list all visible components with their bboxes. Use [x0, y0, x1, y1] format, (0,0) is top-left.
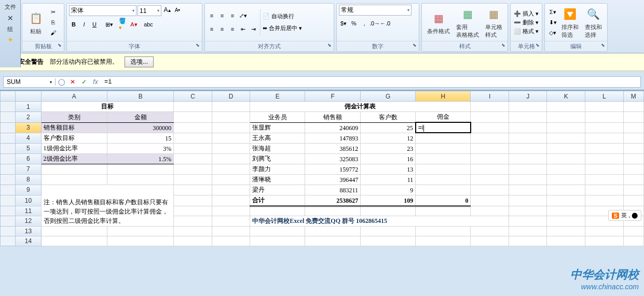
cell[interactable]	[361, 206, 416, 216]
format-button[interactable]: ⬜ 格式 ▾	[514, 27, 539, 35]
find-select-button[interactable]: 🔍查找和 选择	[582, 5, 605, 40]
cell[interactable]	[547, 133, 585, 143]
percent-icon[interactable]: %	[349, 19, 359, 28]
format-painter-icon[interactable]: 🖌	[48, 28, 58, 37]
cell[interactable]	[212, 164, 250, 174]
cell[interactable]	[416, 164, 471, 174]
cell[interactable]	[471, 133, 509, 143]
cell[interactable]	[509, 102, 547, 112]
cell[interactable]	[547, 143, 585, 153]
row-header[interactable]: 6	[16, 153, 41, 164]
cell[interactable]	[416, 133, 471, 143]
cell[interactable]	[585, 185, 624, 195]
cell[interactable]	[585, 164, 624, 174]
worksheet-grid[interactable]: ABCD EFGH IJKLM 1目标佣金计算表2类别金额业务员销售额客户数佣金…	[0, 90, 644, 246]
cell[interactable]: 147893	[305, 133, 361, 143]
cell[interactable]: 3%	[107, 143, 174, 153]
cell[interactable]	[471, 143, 509, 153]
cell[interactable]	[585, 143, 624, 153]
cell[interactable]: 15	[107, 133, 174, 143]
cell[interactable]	[174, 143, 212, 153]
fill-color-button[interactable]: 🪣▾	[119, 20, 128, 29]
cell[interactable]	[416, 226, 471, 236]
cell[interactable]	[623, 153, 643, 164]
cell[interactable]: 240609	[305, 122, 361, 133]
cell[interactable]: 16	[361, 153, 416, 164]
cell[interactable]	[250, 206, 305, 216]
cell[interactable]	[416, 174, 471, 185]
cell[interactable]	[174, 216, 212, 226]
cell[interactable]	[547, 195, 585, 206]
cell[interactable]	[471, 102, 509, 112]
clear-icon[interactable]: ◇▾	[548, 28, 557, 37]
cell[interactable]	[509, 153, 547, 164]
cell[interactable]	[623, 164, 643, 174]
cell[interactable]	[471, 236, 509, 246]
cell[interactable]	[471, 174, 509, 185]
copy-icon[interactable]: ⎘	[48, 18, 58, 27]
cell[interactable]	[509, 143, 547, 153]
file-label[interactable]: 文件	[5, 3, 16, 11]
align-left-icon[interactable]: ≡	[207, 24, 216, 34]
cell[interactable]	[509, 226, 547, 236]
font-color-button[interactable]: A▾	[129, 20, 139, 29]
row-header[interactable]: 7	[16, 164, 41, 174]
cell[interactable]: 0	[416, 195, 471, 206]
cell[interactable]	[547, 174, 585, 185]
cell[interactable]	[41, 164, 107, 174]
cell[interactable]: 11	[361, 174, 416, 185]
cell[interactable]	[585, 236, 624, 246]
cell[interactable]	[174, 122, 212, 133]
cell[interactable]: 销售额	[305, 112, 361, 123]
row-header[interactable]: 14	[16, 236, 41, 246]
cell[interactable]	[41, 226, 107, 236]
cell[interactable]	[623, 174, 643, 185]
cell[interactable]	[471, 195, 509, 206]
cell[interactable]	[212, 216, 250, 226]
cell[interactable]	[585, 102, 624, 112]
cell[interactable]: 潘琳晓	[250, 174, 305, 185]
currency-icon[interactable]: $▾	[339, 19, 348, 28]
select-all-corner[interactable]	[1, 91, 16, 102]
cell[interactable]: 2538627	[305, 195, 361, 206]
cell[interactable]	[212, 236, 250, 246]
row-header[interactable]: 11	[16, 206, 41, 216]
fill-icon[interactable]: ⬇▾	[548, 18, 557, 27]
row-header[interactable]: 10	[16, 195, 41, 206]
cell[interactable]: 张显辉	[250, 122, 305, 133]
cell[interactable]: 25	[361, 122, 416, 133]
cell[interactable]: 梁丹	[250, 185, 305, 195]
cell[interactable]	[471, 122, 509, 133]
cell[interactable]	[416, 206, 471, 216]
cell[interactable]: 客户数	[361, 112, 416, 123]
cell[interactable]	[361, 226, 416, 236]
font-family-combo[interactable]: 宋体▾	[69, 5, 136, 16]
formula-input[interactable]: =i	[101, 78, 640, 86]
merge-center-button[interactable]: ⬌ 合并后居中 ▾	[263, 24, 302, 32]
cell[interactable]	[623, 122, 643, 133]
cell[interactable]	[212, 112, 250, 123]
cell[interactable]	[212, 122, 250, 133]
sort-filter-button[interactable]: 🔽排序和 筛选	[558, 5, 582, 40]
name-box[interactable]: SUM▾	[4, 78, 56, 86]
cell[interactable]	[212, 102, 250, 112]
cell[interactable]: 佣金	[416, 112, 471, 123]
cell[interactable]: 325083	[305, 153, 361, 164]
cell[interactable]: 张海超	[250, 143, 305, 153]
cell[interactable]: =i	[416, 122, 471, 133]
cell[interactable]	[547, 216, 585, 226]
cell[interactable]	[361, 236, 416, 246]
cell[interactable]	[623, 133, 643, 143]
options-button[interactable]: 选项...	[125, 57, 154, 67]
cell[interactable]	[585, 226, 624, 236]
align-right-icon[interactable]: ≡	[228, 24, 237, 34]
inc-decimal-icon[interactable]: .0→	[370, 19, 379, 28]
autosum-icon[interactable]: Σ▾	[548, 7, 557, 17]
cell[interactable]	[509, 236, 547, 246]
cell[interactable]: 13	[361, 164, 416, 174]
cell[interactable]	[585, 195, 624, 206]
cell[interactable]	[305, 236, 361, 246]
cell[interactable]: 12	[361, 133, 416, 143]
cell[interactable]	[623, 102, 643, 112]
wrap-text-button[interactable]: 📄 自动换行	[263, 12, 302, 20]
